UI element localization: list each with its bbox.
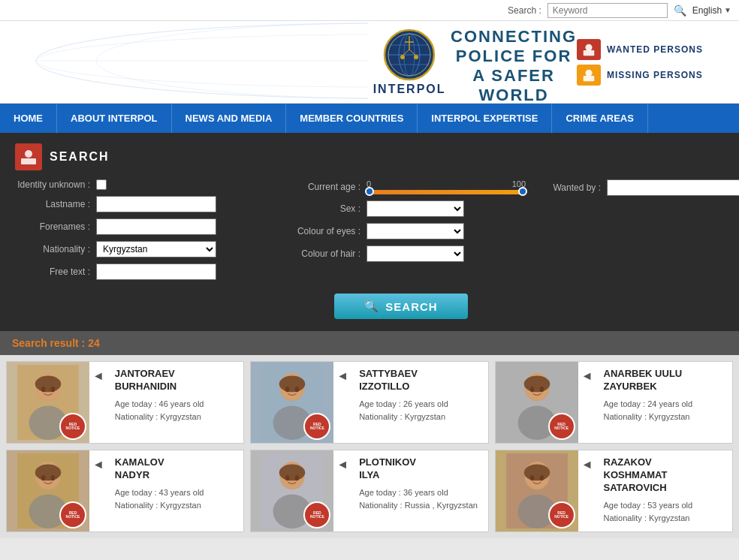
lastname-input[interactable] (96, 196, 216, 212)
result-card[interactable]: REDNOTICE ◄ PLOTNIKOVILYA Age today : 36… (250, 450, 488, 532)
result-info: RAZAKOVKOSHMAMAT SATAROVICH Age today : … (596, 450, 733, 531)
svg-point-59 (285, 475, 289, 480)
results-bar: Search result : 24 (0, 331, 739, 355)
identity-unknown-checkbox[interactable] (96, 179, 107, 190)
age-label: Current age : (285, 182, 360, 192)
svg-point-52 (41, 475, 45, 480)
search-btn-icon: 🔍 (364, 300, 379, 313)
svg-rect-21 (584, 75, 595, 80)
result-card[interactable]: REDNOTICE ◄ RAZAKOVKOSHMAMAT SATAROVICH … (495, 450, 733, 532)
nav-item-about[interactable]: ABOUT INTERPOL (57, 104, 172, 133)
result-photo: REDNOTICE (251, 362, 333, 443)
svg-point-0 (36, 23, 368, 98)
nav-item-member[interactable]: MEMBER COUNTRIES (286, 104, 418, 133)
svg-point-65 (523, 465, 550, 481)
logo-image (383, 29, 436, 81)
main-navigation: HOME ABOUT INTERPOL NEWS AND MEDIA MEMBE… (0, 104, 739, 133)
red-notice-text: REDNOTICE (310, 511, 324, 519)
search-submit-button[interactable]: 🔍 SEARCH (334, 294, 467, 319)
result-arrow-icon: ◄ (578, 362, 596, 443)
top-search-button[interactable]: 🔍 (674, 5, 686, 17)
result-info: JANTORAEVBURHANIDIN Age today : 46 years… (107, 362, 243, 443)
age-range-labels: 0 100 (366, 179, 526, 188)
freetext-input[interactable] (96, 263, 216, 280)
result-nationality: Nationality : Kyrgyzstan (604, 512, 725, 525)
age-range-track[interactable] (366, 190, 526, 194)
eyes-row: Colour of eyes : Brown Blue Green (285, 223, 526, 239)
result-photo: REDNOTICE (496, 362, 578, 443)
nav-item-expertise[interactable]: INTERPOL EXPERTISE (418, 104, 552, 133)
top-search-input[interactable] (547, 3, 668, 18)
wanted-label: WANTED PERSONS (607, 44, 703, 55)
svg-point-38 (285, 387, 289, 392)
nationality-select[interactable]: Kyrgyzstan (96, 241, 216, 257)
search-col-3: Wanted by : (541, 179, 739, 280)
missing-icon (577, 65, 601, 86)
wanted-by-row: Wanted by : (541, 179, 739, 196)
missing-label: MISSING PERSONS (607, 70, 703, 80)
age-range-thumb-right[interactable] (518, 187, 527, 196)
svg-point-51 (35, 465, 62, 481)
red-notice-text: REDNOTICE (66, 423, 80, 431)
svg-point-17 (400, 55, 405, 59)
sex-select[interactable]: Male Female (366, 200, 464, 217)
result-card[interactable]: REDNOTICE ◄ ANARBEK UULUZAYURBEK Age tod… (495, 361, 733, 444)
result-card[interactable]: REDNOTICE ◄ KAMALOVNADYR Age today : 43 … (6, 450, 244, 532)
result-photo: REDNOTICE (496, 450, 578, 531)
result-age: Age today : 43 years old (115, 486, 236, 500)
freetext-row: Free text : (15, 263, 270, 280)
svg-point-2 (36, 35, 368, 87)
nav-item-news[interactable]: NEWS AND MEDIA (172, 104, 287, 133)
search-panel: SEARCH Identity unknown : Lastname : For… (0, 133, 739, 331)
wanted-persons-button[interactable]: WANTED PERSONS (577, 39, 727, 60)
nav-item-crime[interactable]: CRIME AREAS (552, 104, 648, 133)
language-selector[interactable]: English ▼ (692, 5, 731, 16)
logo[interactable]: INTERPOL (368, 29, 451, 96)
wanted-by-select[interactable] (607, 179, 739, 196)
result-info: KAMALOVNADYR Age today : 43 years old Na… (107, 450, 243, 531)
svg-point-53 (51, 475, 55, 480)
search-btn-label: SEARCH (385, 300, 437, 313)
result-name: KAMALOVNADYR (115, 456, 236, 482)
wanted-by-label: Wanted by : (541, 182, 601, 193)
results-count: Search result : 24 (12, 337, 100, 349)
result-card[interactable]: REDNOTICE ◄ JANTORAEVBURHANIDIN Age toda… (6, 361, 244, 444)
missing-persons-button[interactable]: MISSING PERSONS (577, 65, 727, 86)
age-range-thumb-left[interactable] (365, 187, 374, 196)
header-slogan: CONNECTING POLICE FOR A SAFER WORLD (451, 27, 577, 105)
result-arrow-icon: ◄ (89, 450, 107, 531)
nationality-row: Nationality : Kyrgyzstan (15, 241, 270, 257)
result-name: PLOTNIKOVILYA (359, 456, 480, 482)
top-bar: Search : 🔍 English ▼ (0, 0, 739, 21)
result-photo: REDNOTICE (7, 450, 89, 531)
forenames-input[interactable] (96, 218, 216, 235)
svg-point-22 (585, 69, 592, 76)
age-row: Current age : 0 100 (285, 179, 526, 194)
result-card[interactable]: REDNOTICE ◄ SATTYBAEVIZZOTILLO Age today… (250, 361, 488, 444)
svg-point-66 (530, 475, 534, 480)
result-nationality: Nationality : Kyrgyzstan (359, 411, 480, 424)
result-photo: REDNOTICE (7, 362, 89, 443)
lastname-label: Lastname : (15, 199, 90, 209)
eyes-select[interactable]: Brown Blue Green (366, 223, 464, 239)
wanted-icon (577, 39, 601, 60)
svg-point-1 (96, 23, 368, 98)
lastname-row: Lastname : (15, 196, 270, 212)
result-arrow-icon: ◄ (333, 450, 351, 531)
search-label: Search : (508, 5, 541, 16)
result-nationality: Nationality : Kyrgyzstan (115, 411, 236, 424)
red-notice-badge: REDNOTICE (548, 501, 575, 528)
result-age: Age today : 24 years old (604, 398, 725, 411)
svg-point-25 (25, 150, 32, 158)
svg-rect-24 (21, 158, 36, 164)
result-name: JANTORAEVBURHANIDIN (115, 368, 236, 393)
language-arrow-icon: ▼ (724, 6, 731, 14)
nav-item-home[interactable]: HOME (0, 104, 57, 133)
result-info: SATTYBAEVIZZOTILLO Age today : 26 years … (351, 362, 487, 443)
hair-select[interactable]: Black Brown Blonde (366, 245, 464, 262)
hair-label: Colour of hair : (285, 248, 360, 259)
result-arrow-icon: ◄ (333, 362, 351, 443)
red-notice-badge: REDNOTICE (548, 413, 575, 440)
red-notice-badge: REDNOTICE (59, 413, 86, 440)
result-info: PLOTNIKOVILYA Age today : 36 years old N… (351, 450, 487, 531)
